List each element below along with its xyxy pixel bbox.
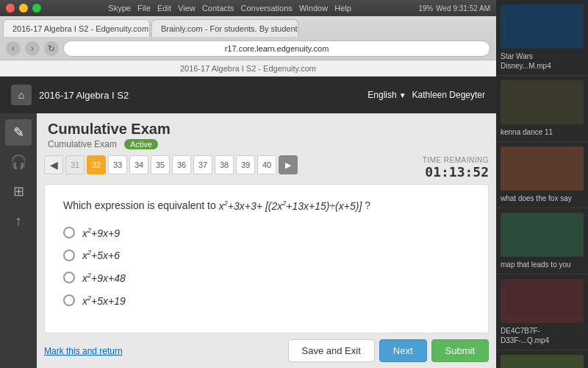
answer-text-a: x2+9x+9 (82, 227, 120, 239)
pagination-row: ◀ 31 32 33 34 35 36 37 38 39 40 ▶ (37, 155, 496, 184)
mark-return-link[interactable]: Mark this and return (44, 346, 123, 356)
home-icon[interactable]: ⌂ (11, 85, 32, 105)
content-area: Cumulative Exam Cumulative Exam Active ◀… (37, 113, 496, 368)
page-33[interactable]: 33 (108, 155, 127, 174)
exam-subtitle-row: Cumulative Exam Active (48, 139, 485, 149)
tab-edgenuity-label: 2016-17 Algebra I S2 - Edgenuity.com (12, 24, 148, 33)
video-item-4[interactable]: DE4C7B7F-D33F-...Q.mp4 (496, 275, 588, 350)
address-bar[interactable]: r17.core.learn.edgenuity.com (63, 40, 490, 57)
video-thumb-3 (501, 213, 584, 257)
main-layout: ✎ 🎧 ⊞ ↑ Cumulative Exam Cumulative Exam … (0, 113, 496, 368)
sidebar: ✎ 🎧 ⊞ ↑ (0, 113, 37, 368)
refresh-button[interactable]: ↻ (44, 41, 59, 56)
forward-button[interactable]: › (25, 41, 40, 56)
page-31[interactable]: 31 (65, 155, 85, 174)
top-bar-text: 2016-17 Algebra I S2 - Edgenuity.com (180, 64, 316, 73)
video-thumb-0 (501, 4, 584, 49)
tab-brainly-label: Brainly.com - For students. By students. (161, 24, 298, 33)
language-selector[interactable]: English ▼ (368, 90, 406, 100)
exam-title: Cumulative Exam (48, 121, 485, 138)
time-label: TIME REMAINING (423, 156, 489, 164)
edgenuity-header: ⌂ 2016-17 Algebra I S2 English ▼ Kathlee… (0, 77, 496, 113)
question-expression: x2+3x+3+ (219, 199, 262, 212)
sidebar-icon-calculator[interactable]: ⊞ (5, 178, 32, 205)
radio-b[interactable] (63, 250, 75, 261)
video-thumb-5 (501, 355, 584, 368)
video-item-2[interactable]: what does the fox say (496, 142, 588, 208)
page-prev-button[interactable]: ◀ (44, 155, 63, 174)
maximize-button[interactable] (32, 4, 41, 13)
active-badge: Active (124, 139, 158, 149)
tab-edgenuity[interactable]: 2016-17 Algebra I S2 - Edgenuity.com ✕ (3, 19, 150, 37)
question-bracket-expr: [(2x2+13x+15)÷(x+5)] (265, 199, 362, 212)
radio-c[interactable] (63, 272, 75, 283)
page-38[interactable]: 38 (215, 155, 234, 174)
browser-chrome: 2016-17 Algebra I S2 - Edgenuity.com ✕ B… (0, 16, 496, 60)
submit-button[interactable]: Submit (431, 339, 489, 362)
footer-buttons: Save and Exit Next Submit (288, 339, 489, 362)
video-item-1[interactable]: kenna dance 11 (496, 76, 588, 142)
video-item-0[interactable]: Star Wars Disney...M.mp4 (496, 0, 588, 76)
title-bar: Skype File Edit View Contacts Conversati… (0, 0, 496, 16)
video-thumb-1 (501, 80, 584, 124)
url-text: r17.core.learn.edgenuity.com (225, 44, 329, 53)
page-35[interactable]: 35 (151, 155, 170, 174)
save-exit-button[interactable]: Save and Exit (288, 339, 375, 362)
page-39[interactable]: 39 (236, 155, 255, 174)
system-time: 19% Wed 9:31:52 AM (418, 4, 490, 13)
header-right: English ▼ Kathleen Degeyter (368, 90, 485, 100)
username: Kathleen Degeyter (412, 90, 485, 100)
question-card: Which expression is equivalent to x2+3x+… (44, 184, 489, 333)
video-title-4: DE4C7B7F-D33F-...Q.mp4 (501, 326, 584, 345)
video-thumb-4 (501, 279, 584, 323)
question-prefix: Which expression is equivalent to (63, 199, 216, 211)
video-item-5[interactable]: Animal jam Vines 4.mp4 (496, 350, 588, 368)
question-mark: ? (365, 199, 370, 211)
sidebar-icon-pencil[interactable]: ✎ (5, 119, 32, 146)
exam-subtitle-text: Cumulative Exam (48, 139, 117, 149)
tab-brainly[interactable]: Brainly.com - For students. By students.… (151, 19, 298, 37)
answer-option-c[interactable]: x2+9x+48 (63, 272, 470, 284)
next-button[interactable]: Next (379, 339, 427, 362)
radio-a[interactable] (63, 227, 75, 238)
page-32[interactable]: 32 (87, 155, 106, 174)
question-text: Which expression is equivalent to x2+3x+… (63, 199, 470, 212)
card-footer: Mark this and return Save and Exit Next … (44, 339, 489, 362)
page-next-button[interactable]: ▶ (279, 155, 298, 174)
app-name: Skype File Edit View Contacts Conversati… (41, 4, 418, 13)
answer-option-d[interactable]: x2+5x+19 (63, 294, 470, 307)
tab-bar: 2016-17 Algebra I S2 - Edgenuity.com ✕ B… (0, 16, 496, 37)
video-title-3: map that leads to you (501, 260, 584, 269)
answer-text-d: x2+5x+19 (82, 294, 126, 307)
video-title-2: what does the fox say (501, 194, 584, 203)
sidebar-icon-upload[interactable]: ↑ (5, 208, 32, 234)
page-34[interactable]: 34 (129, 155, 148, 174)
language-label: English (368, 90, 396, 100)
answer-option-b[interactable]: x2+5x+6 (63, 249, 470, 261)
edgenuity-top-bar: 2016-17 Algebra I S2 - Edgenuity.com (0, 60, 496, 77)
page-36[interactable]: 36 (172, 155, 191, 174)
answer-options: x2+9x+9 x2+5x+6 x2+9x+48 (63, 227, 470, 318)
page-content: 2016-17 Algebra I S2 - Edgenuity.com ⌂ 2… (0, 60, 496, 368)
time-display: TIME REMAINING 01:13:52 (423, 156, 489, 180)
header-left: ⌂ 2016-17 Algebra I S2 (11, 85, 129, 105)
radio-d[interactable] (63, 294, 75, 306)
close-button[interactable] (6, 4, 15, 13)
answer-text-c: x2+9x+48 (82, 272, 126, 284)
minimize-button[interactable] (19, 4, 28, 13)
page-37[interactable]: 37 (193, 155, 212, 174)
exam-header: Cumulative Exam Cumulative Exam Active (37, 113, 496, 155)
sidebar-icon-headphones[interactable]: 🎧 (5, 149, 32, 175)
right-sidebar: Star Wars Disney...M.mp4 kenna dance 11 … (496, 0, 588, 368)
answer-text-b: x2+5x+6 (82, 249, 120, 261)
back-button[interactable]: ‹ (6, 41, 21, 56)
course-title: 2016-17 Algebra I S2 (39, 90, 129, 101)
browser-nav: ‹ › ↻ r17.core.learn.edgenuity.com (0, 37, 496, 60)
video-item-3[interactable]: map that leads to you (496, 208, 588, 275)
pagination: ◀ 31 32 33 34 35 36 37 38 39 40 ▶ (44, 155, 298, 174)
video-title-1: kenna dance 11 (501, 127, 584, 137)
page-40[interactable]: 40 (257, 155, 276, 174)
answer-option-a[interactable]: x2+9x+9 (63, 227, 470, 239)
time-value: 01:13:52 (423, 164, 489, 180)
traffic-lights (6, 4, 41, 13)
